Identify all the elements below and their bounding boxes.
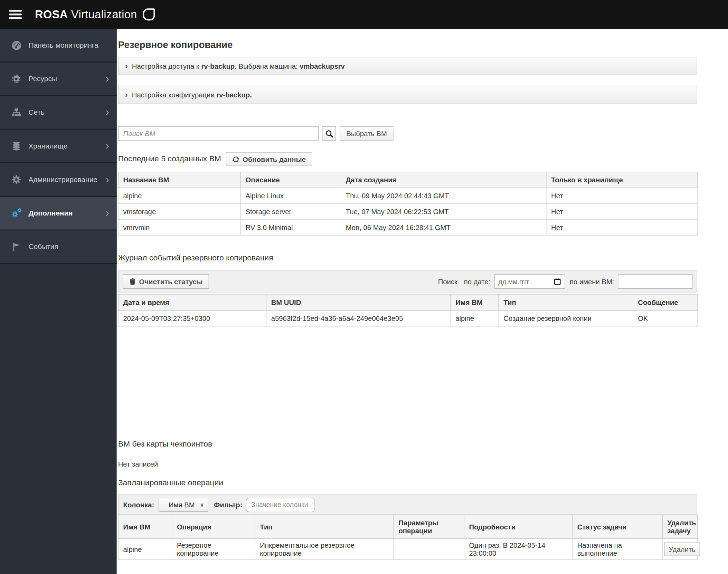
select-vm-button[interactable]: Выбрать ВМ	[340, 126, 393, 141]
sidebar-item-administration[interactable]: Администрирование ›	[0, 163, 117, 197]
cell-storage-only: Нет	[546, 219, 698, 235]
cell-description: Storage server	[240, 204, 341, 220]
calendar-icon	[554, 278, 561, 285]
accordion-text: Настройка конфигурации	[132, 91, 217, 99]
page-title: Резервное копирование	[118, 39, 697, 50]
sidebar-item-storage[interactable]: Хранилище ›	[0, 130, 117, 163]
cell-description: Alpine Linux	[240, 188, 341, 204]
sidebar-item-dashboard[interactable]: Панель мониторинга	[0, 29, 117, 63]
column-header: Статус задачи	[573, 515, 663, 538]
cell-operation: Резервное копирование	[172, 538, 255, 559]
journal-toolbar: Очистить статусы Поиск по дате: дд.мм.гг…	[118, 270, 697, 292]
cell-message: OK	[633, 310, 697, 326]
cell-vm-name: vmrvmin	[118, 219, 240, 235]
recent-vms-title: Последние 5 созданных ВМ	[118, 154, 221, 164]
cell-created: Mon, 06 May 2024 16:28:41 GMT	[341, 219, 546, 235]
filter-value-input[interactable]	[246, 497, 315, 512]
column-header: Параметры операции	[394, 515, 464, 538]
column-header: Только в хранилище	[546, 172, 698, 188]
cell-created: Thu, 09 May 2024 02:44:43 GMT	[341, 188, 546, 204]
table-row: vmstorage Storage server Tue, 07 May 202…	[118, 204, 697, 220]
table-row: vmrvmin RV 3.0 Minimal Mon, 06 May 2024 …	[118, 219, 697, 235]
main-content: Резервное копирование › Настройка доступ…	[117, 39, 728, 559]
recent-vms-table: Название ВМ Описание Дата создания Тольк…	[118, 172, 698, 236]
cell-storage-only: Нет	[546, 188, 698, 204]
refresh-button[interactable]: Обновить данные	[226, 152, 312, 166]
accordion-config-setup[interactable]: › Настройка конфигурации rv-backup.	[118, 86, 697, 104]
chevron-right-icon: ›	[105, 140, 109, 151]
sidebar-item-addons[interactable]: Дополнения ›	[0, 197, 117, 230]
sidebar-item-resources[interactable]: Ресурсы ›	[0, 63, 117, 96]
sidebar-item-label: Сеть	[28, 108, 45, 116]
trash-icon	[129, 278, 136, 285]
column-header: Имя ВМ	[118, 515, 172, 538]
sidebar-item-network[interactable]: Сеть ›	[0, 96, 117, 130]
chevron-right-icon: ›	[105, 73, 109, 84]
cell-vm-name: vmstorage	[118, 204, 240, 220]
column-select[interactable]: Имя ВМ ∨	[159, 498, 208, 512]
hamburger-menu-icon[interactable]	[9, 8, 22, 21]
network-icon	[10, 107, 22, 118]
accordion-text: Настройка доступа к	[132, 62, 201, 70]
search-icon	[325, 130, 333, 137]
cell-vm-name: alpine	[118, 538, 172, 559]
cell-storage-only: Нет	[546, 204, 698, 220]
table-header-row: Название ВМ Описание Дата создания Тольк…	[118, 172, 697, 188]
brand-logo: ROSA Virtualization	[35, 8, 137, 21]
column-header: Подробности	[464, 515, 572, 538]
cell-vm-name: alpine	[451, 310, 499, 326]
cell-uuid: a5963f2d-15ed-4a36-a6a4-249e064e3e05	[266, 310, 451, 326]
cell-vm-name: alpine	[118, 188, 240, 204]
chevron-right-icon: ›	[105, 173, 109, 184]
journal-search-label: Поиск	[438, 278, 457, 286]
sidebar-item-label: Хранилище	[28, 142, 67, 150]
column-header: ВМ UUID	[266, 295, 451, 310]
refresh-icon	[232, 155, 239, 162]
top-bar: ROSA Virtualization	[0, 0, 728, 29]
table-row: alpine Резервное копирование Инкрементал…	[118, 538, 697, 559]
date-placeholder: дд.мм.гггг	[498, 278, 529, 285]
rosa-logo-icon	[143, 8, 155, 20]
delete-task-button[interactable]: Удалить	[664, 542, 700, 556]
database-icon	[10, 141, 22, 152]
cell-delete: Удалить	[662, 538, 697, 559]
sidebar-item-label: Администрирование	[28, 175, 97, 184]
checkpoints-title: ВМ без карты чекпоинтов	[118, 439, 697, 449]
cell-params	[394, 538, 464, 559]
journal-name-label: по имени ВМ:	[570, 278, 614, 286]
cell-type: Создание резервной копии	[499, 310, 633, 326]
vm-search-input[interactable]	[118, 126, 319, 141]
sidebar-item-label: События	[28, 242, 58, 251]
checkpoints-empty-note: Нет записей	[118, 460, 697, 468]
cogs-icon	[10, 207, 22, 219]
table-header-row: Имя ВМ Операция Тип Параметры операции П…	[118, 515, 697, 538]
chevron-right-icon: ›	[125, 62, 128, 70]
column-header: Дата и время	[118, 295, 266, 310]
journal-table: Дата и время ВМ UUID Имя ВМ Тип Сообщени…	[118, 294, 698, 326]
scheduled-table: Имя ВМ Операция Тип Параметры операции П…	[118, 515, 698, 560]
vm-name-filter-input[interactable]	[618, 274, 692, 289]
chevron-right-icon: ›	[105, 207, 109, 218]
column-header: Тип	[499, 295, 633, 310]
scheduled-filterbar: Колонка: Имя ВМ ∨ Фильтр:	[118, 495, 697, 515]
sidebar-item-events[interactable]: События	[0, 230, 117, 264]
cell-status: Назначена на выполнение	[573, 538, 663, 559]
dashboard-icon	[10, 39, 22, 51]
accordion-access-setup[interactable]: › Настройка доступа к rv-backup. Выбрана…	[118, 57, 697, 75]
column-header: Удалить задачу	[662, 515, 697, 538]
column-header: Тип	[255, 515, 394, 538]
column-label: Колонка:	[123, 501, 154, 509]
column-header: Операция	[172, 515, 255, 538]
cell-type: Инкрементальное резервное копирование	[255, 538, 394, 559]
date-filter-input[interactable]: дд.мм.гггг	[494, 274, 565, 289]
refresh-button-label: Обновить данные	[243, 155, 306, 163]
brand-rest: Virtualization	[71, 8, 137, 21]
journal-title: Журнал событий резервного копирования	[118, 253, 697, 262]
vm-search-row: Выбрать ВМ	[118, 126, 697, 141]
search-button[interactable]	[322, 126, 336, 141]
column-select-value: Имя ВМ	[169, 501, 195, 509]
filter-label: Фильтр:	[214, 501, 242, 509]
clear-statuses-label: Очистить статусы	[139, 278, 202, 286]
scheduled-title: Запланированные операции	[118, 478, 697, 487]
clear-statuses-button[interactable]: Очистить статусы	[123, 274, 209, 289]
